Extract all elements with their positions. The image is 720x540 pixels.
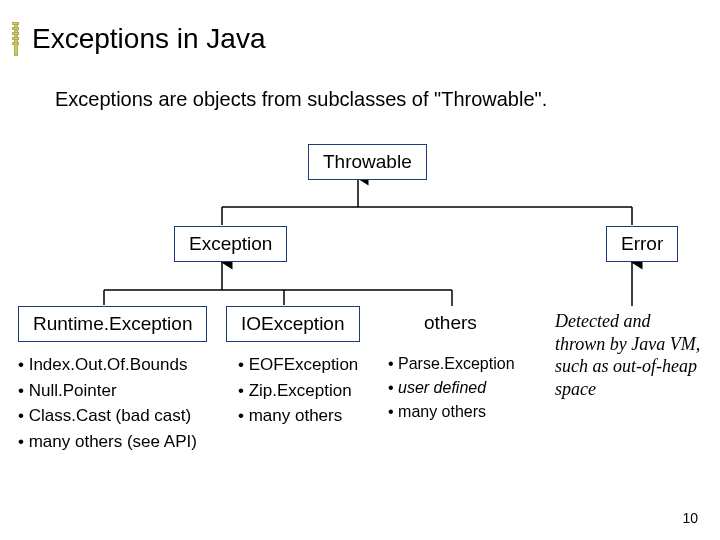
node-throwable: Throwable xyxy=(308,144,427,180)
title-tick xyxy=(12,37,19,40)
page-number: 10 xyxy=(682,510,698,526)
title-tick xyxy=(12,27,19,30)
title-tick xyxy=(12,32,19,35)
slide-subtitle: Exceptions are objects from subclasses o… xyxy=(55,88,547,111)
list-item: • many others (see API) xyxy=(18,429,197,455)
list-item: • many others xyxy=(238,403,358,429)
error-note: Detected and thrown by Java VM, such as … xyxy=(555,310,705,400)
list-item: • many others xyxy=(388,400,515,424)
node-error: Error xyxy=(606,226,678,262)
title-tick xyxy=(12,22,19,25)
list-item: • EOFException xyxy=(238,352,358,378)
node-others: others xyxy=(424,312,477,334)
title-block: Exceptions in Java xyxy=(14,22,265,56)
title-tick xyxy=(12,42,19,45)
list-item: • Zip.Exception xyxy=(238,378,358,404)
node-runtime-exception: Runtime.Exception xyxy=(18,306,207,342)
others-list: • Parse.Exception • user defined • many … xyxy=(388,352,515,424)
ioexception-list: • EOFException • Zip.Exception • many ot… xyxy=(238,352,358,429)
node-exception: Exception xyxy=(174,226,287,262)
list-item: • Parse.Exception xyxy=(388,352,515,376)
node-ioexception: IOException xyxy=(226,306,360,342)
runtime-exception-list: • Index.Out.Of.Bounds • Null.Pointer • C… xyxy=(18,352,197,454)
slide-title: Exceptions in Java xyxy=(32,23,265,55)
list-item: • Index.Out.Of.Bounds xyxy=(18,352,197,378)
list-item: • Class.Cast (bad cast) xyxy=(18,403,197,429)
list-item: • Null.Pointer xyxy=(18,378,197,404)
list-item: • user defined xyxy=(388,376,515,400)
tree-connectors xyxy=(0,0,720,540)
